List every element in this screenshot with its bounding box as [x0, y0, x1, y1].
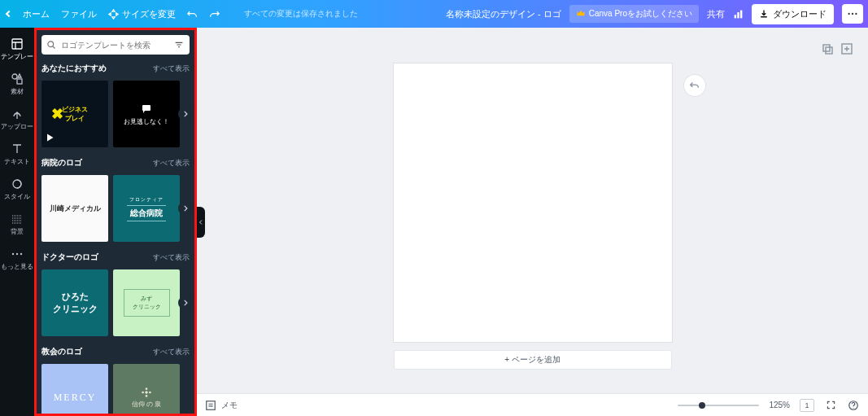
- svg-point-4: [852, 13, 853, 15]
- resize-button[interactable]: サイズを変更: [108, 8, 176, 20]
- search-row: [37, 30, 194, 59]
- more-horizontal-icon: [847, 8, 858, 20]
- card-text: 信仰 の 泉: [132, 400, 161, 409]
- chat-icon: [140, 103, 153, 116]
- svg-point-12: [20, 253, 22, 255]
- panel-scroll[interactable]: あなたにおすすめ すべて表示 ✖ ビジネス プレイ お見逃しなく！: [37, 59, 194, 414]
- svg-rect-2: [740, 10, 742, 18]
- row-next-button[interactable]: [178, 296, 193, 310]
- svg-point-11: [16, 253, 18, 255]
- more-icon: [11, 247, 24, 261]
- page-count-button[interactable]: 1: [800, 399, 814, 412]
- fullscreen-button[interactable]: [824, 399, 837, 412]
- svg-rect-14: [142, 105, 150, 111]
- stage[interactable]: + ページを追加: [197, 55, 868, 393]
- svg-point-18: [142, 391, 144, 393]
- rail-label: もっと見る: [1, 262, 33, 271]
- top-bar: ホーム ファイル サイズを変更 すべての変更は保存されました 名称未設定のデザイ…: [0, 0, 868, 28]
- undo-button[interactable]: [187, 9, 198, 20]
- section-head-recommended: あなたにおすすめ すべて表示: [41, 63, 190, 74]
- background-icon: [11, 212, 24, 226]
- share-button[interactable]: 共有: [707, 8, 725, 20]
- help-button[interactable]: [847, 399, 860, 412]
- section-title: 病院のロゴ: [41, 157, 82, 169]
- template-card[interactable]: ✖ ビジネス プレイ: [41, 81, 108, 147]
- template-card[interactable]: 川崎メディカル: [41, 175, 108, 242]
- topbar-right: 名称未設定のデザイン - ロゴ Canva Proをお試しください 共有 ダウン…: [446, 4, 868, 24]
- svg-point-7: [12, 74, 17, 79]
- svg-point-17: [146, 395, 148, 397]
- zoom-knob[interactable]: [699, 402, 705, 409]
- rail-more[interactable]: もっと見る: [0, 244, 34, 274]
- card-text: お見逃しなく！: [124, 117, 169, 126]
- templates-panel: あなたにおすすめ すべて表示 ✖ ビジネス プレイ お見逃しなく！: [34, 28, 197, 416]
- rail-label: スタイル: [1, 192, 33, 201]
- see-all-link[interactable]: すべて表示: [153, 158, 190, 169]
- card-text: MERCY: [54, 392, 97, 404]
- svg-rect-1: [737, 12, 739, 18]
- rail-label: アップロー…: [1, 122, 33, 131]
- card-text: クリニック: [133, 303, 161, 311]
- template-card[interactable]: お見逃しなく！: [113, 81, 180, 147]
- card-text: 総合病院: [127, 205, 166, 221]
- back-button[interactable]: [7, 11, 11, 16]
- document-title[interactable]: 名称未設定のデザイン - ロゴ: [446, 8, 561, 20]
- rail-uploads[interactable]: アップロー…: [0, 104, 34, 134]
- panel-collapse-button[interactable]: [197, 207, 205, 238]
- download-button[interactable]: ダウンロード: [752, 4, 834, 24]
- file-menu[interactable]: ファイル: [61, 8, 97, 20]
- svg-rect-6: [12, 39, 22, 49]
- template-card[interactable]: フロンティア 総合病院: [113, 175, 180, 242]
- card-row: MERCY 信仰 の 泉: [41, 364, 190, 414]
- notes-button[interactable]: メモ: [205, 400, 238, 411]
- rail-elements[interactable]: 素材: [0, 69, 34, 99]
- rail-background[interactable]: 背景: [0, 209, 34, 239]
- rail-text[interactable]: テキスト: [0, 139, 34, 169]
- chart-icon: [733, 9, 744, 20]
- template-card[interactable]: ひろた クリニック: [41, 269, 108, 336]
- row-next-button[interactable]: [178, 107, 193, 121]
- zoom-slider[interactable]: [678, 405, 759, 406]
- styles-icon: [11, 177, 24, 190]
- resize-label: サイズを変更: [122, 8, 176, 20]
- publish-button[interactable]: [733, 9, 744, 20]
- design-page[interactable]: [394, 63, 672, 342]
- canvas-area: + ページを追加 メモ 125% 1: [197, 28, 868, 416]
- svg-point-16: [146, 388, 148, 390]
- redo-button[interactable]: [209, 9, 220, 20]
- save-status: すべての変更は保存されました: [244, 8, 358, 20]
- template-card[interactable]: 信仰 の 泉: [113, 364, 180, 414]
- home-button[interactable]: ホーム: [23, 8, 50, 20]
- template-card[interactable]: みず クリニック: [113, 269, 180, 336]
- add-page-icon[interactable]: [840, 42, 853, 55]
- flower-icon: [141, 387, 152, 398]
- card-text: クリニック: [53, 303, 98, 315]
- card-row: ✖ ビジネス プレイ お見逃しなく！: [41, 81, 190, 147]
- floating-undo-button[interactable]: [684, 75, 705, 96]
- template-card[interactable]: MERCY: [41, 364, 108, 414]
- play-icon: [45, 133, 55, 144]
- more-button[interactable]: [842, 4, 863, 24]
- filter-icon[interactable]: [173, 39, 185, 50]
- see-all-link[interactable]: すべて表示: [153, 252, 190, 263]
- search-input[interactable]: [61, 41, 168, 50]
- templates-icon: [11, 37, 24, 50]
- search-box[interactable]: [41, 35, 190, 55]
- section-head-church: 教会のロゴ すべて表示: [41, 346, 190, 357]
- section-head-doctor: ドクターのロゴ すべて表示: [41, 252, 190, 263]
- try-pro-button[interactable]: Canva Proをお試しください: [569, 5, 699, 23]
- add-page-button[interactable]: + ページを追加: [394, 350, 672, 370]
- zoom-value[interactable]: 125%: [769, 401, 790, 409]
- duplicate-page-icon[interactable]: [821, 42, 834, 55]
- try-pro-label: Canva Proをお試しください: [589, 8, 692, 20]
- chevron-left-icon: [198, 219, 204, 226]
- row-next-button[interactable]: [178, 201, 193, 216]
- chevron-right-icon: [181, 110, 190, 118]
- rail-styles[interactable]: スタイル: [0, 174, 34, 204]
- see-all-link[interactable]: すべて表示: [153, 347, 190, 357]
- help-icon: [848, 400, 859, 411]
- see-all-link[interactable]: すべて表示: [153, 63, 190, 74]
- rail-label: 背景: [1, 227, 33, 236]
- rail-templates[interactable]: テンプレー…: [0, 34, 34, 64]
- svg-point-10: [12, 253, 14, 255]
